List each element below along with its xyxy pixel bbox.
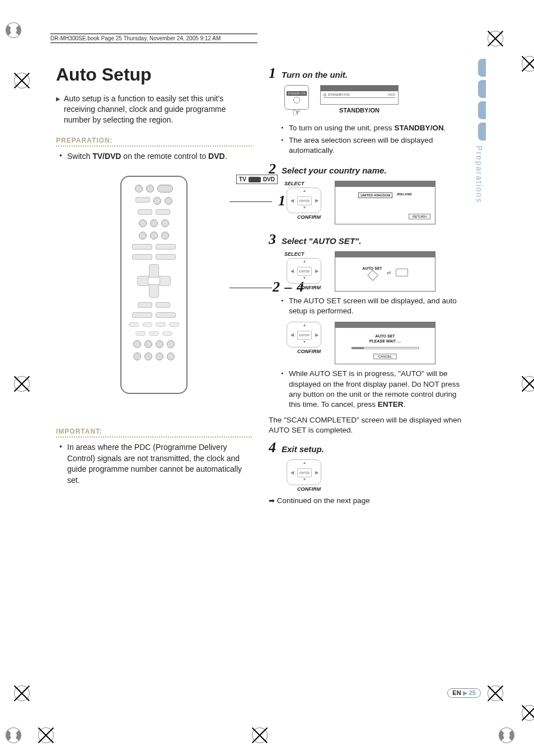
panel-standby: STANDBY/ON <box>328 93 350 96</box>
step-title: Exit setup. <box>282 444 324 454</box>
bold: ENTER <box>378 400 404 408</box>
step3-bullet-2: While AUTO SET is in progress, "AUTO" wi… <box>281 369 465 410</box>
country-select-screen: UNITED KINGDOM IRELAND RETURN <box>335 181 435 224</box>
preparation-item: Switch TV/DVD on the remote control to D… <box>59 151 252 162</box>
text: While AUTO SET is in progress, "AUTO" wi… <box>289 369 460 408</box>
intro-arrow-icon: ▶ <box>56 93 60 125</box>
option-uk: UNITED KINGDOM <box>358 192 392 198</box>
enter-key: ENTER <box>297 468 312 477</box>
auto-set-screen: AUTO SET ⇄ <box>335 251 435 292</box>
crop-mark <box>11 373 33 395</box>
scan-completed-note: The "SCAN COMPLETED" screen will be disp… <box>269 415 465 435</box>
progress-bar <box>352 347 419 349</box>
hand-icon: ☞ <box>292 106 301 119</box>
confirm-label: CONFIRM <box>297 349 321 354</box>
side-tabs <box>478 59 486 140</box>
crop-mark <box>484 682 507 705</box>
bold: STANDBY/ON <box>394 124 443 132</box>
step-number: 1 <box>269 66 276 81</box>
intro-text: Auto setup is a function to easily set t… <box>64 93 252 125</box>
prep-text: Switch <box>67 152 92 161</box>
step1-bullet: To turn on using the unit, press STANDBY… <box>281 123 465 133</box>
crop-mark <box>249 724 271 746</box>
step-number: 2 <box>269 162 276 176</box>
unit-front-panel: STANDBY/ON HDD <box>320 85 399 105</box>
important-heading: IMPORTANT: <box>56 428 252 438</box>
crop-mark <box>11 69 33 92</box>
dpad-illustration: SELECT ▲ ◀ENTER▶ ▼ CONFIRM <box>284 251 324 290</box>
registration-mark <box>2 724 25 746</box>
page-number: EN ▶ 25 <box>447 688 481 698</box>
dpad-icon <box>137 264 171 298</box>
callout-line <box>229 201 272 202</box>
tv-dvd-switch-callout: TV DVD <box>236 175 278 184</box>
enter-key: ENTER <box>297 196 312 205</box>
page-title: Auto Setup <box>56 64 252 85</box>
important-item: In areas where the PDC (Programme Delive… <box>59 442 252 486</box>
standby-caption: STANDBY/ON <box>339 107 380 114</box>
double-arrow-icon: ⇄ <box>387 270 391 275</box>
standby-label: STANDBY/ON <box>287 91 307 96</box>
auto-set-wait-screen: AUTO SET PLEASE WAIT … CANCEL <box>335 322 435 364</box>
step-number: 4 <box>269 440 276 455</box>
callout-tv: TV <box>239 176 246 182</box>
intro-paragraph: ▶ Auto setup is a function to easily set… <box>56 93 252 125</box>
select-label: SELECT <box>284 181 305 186</box>
prep-text: . <box>225 152 227 161</box>
crop-mark <box>35 724 57 746</box>
wait-line1: AUTO SET <box>369 334 401 339</box>
crop-mark <box>518 53 534 75</box>
registration-mark <box>495 724 518 746</box>
enter-key: ENTER <box>297 267 312 276</box>
dpad-illustration: ▲ ◀ENTER▶ ▼ CONFIRM <box>284 322 324 354</box>
callout-line <box>229 288 272 288</box>
enter-key: ENTER <box>297 331 312 340</box>
switch-icon <box>249 177 261 182</box>
crop-mark <box>11 682 33 705</box>
step-title: Select your country name. <box>282 166 387 175</box>
lang-code: EN <box>452 689 461 696</box>
panel-hdd: HDD <box>388 93 395 96</box>
continued-note: ➡ Continued on the next page <box>269 496 465 505</box>
cancel-button: CANCEL <box>373 354 397 359</box>
side-section-label: Preparations <box>475 145 484 203</box>
step-title: Select "AUTO SET". <box>282 236 361 246</box>
text: . <box>444 124 446 132</box>
crop-mark <box>518 702 534 724</box>
prep-bold: DVD <box>208 152 225 161</box>
step-title: Turn on the unit. <box>282 70 348 79</box>
dpad-illustration: ▲ ◀ENTER▶ ▼ CONFIRM <box>284 459 324 492</box>
text: . <box>404 400 406 408</box>
preparation-heading: PREPARATION: <box>56 137 252 147</box>
return-button: RETURN <box>409 214 430 219</box>
wait-line2: PLEASE WAIT … <box>369 339 401 344</box>
registration-mark <box>2 19 25 41</box>
confirm-label: CONFIRM <box>297 486 321 492</box>
running-header: DR-MH300SE.book Page 25 Thursday, Novemb… <box>50 34 257 43</box>
option-ireland: IRELAND <box>397 192 412 198</box>
crop-mark <box>518 373 534 395</box>
confirm-label: CONFIRM <box>297 214 321 220</box>
step3-bullet: The AUTO SET screen will be displayed, a… <box>281 296 465 316</box>
callout-dvd: DVD <box>263 176 275 182</box>
dpad-illustration: SELECT ▲ ◀ENTER▶ ▼ CONFIRM <box>284 181 324 220</box>
confirm-label: CONFIRM <box>297 285 321 290</box>
page-no: 25 <box>469 689 476 696</box>
select-label: SELECT <box>284 251 305 257</box>
text: To turn on using the unit, press <box>289 124 394 132</box>
prep-bold: TV/DVD <box>92 152 121 161</box>
triangle-icon: ▶ <box>463 689 467 696</box>
remote-illustration: TV DVD 1 2 – 4 <box>56 176 252 394</box>
remote-body <box>120 176 188 394</box>
continue-arrow-icon: ➡ <box>269 496 275 505</box>
prep-text: on the remote control to <box>121 152 208 161</box>
step1-bullet: The area selection screen will be displa… <box>281 135 465 156</box>
continued-text: Continued on the next page <box>277 496 370 505</box>
step-number: 3 <box>269 232 276 247</box>
antenna-icon <box>368 270 377 279</box>
tv-icon <box>396 269 408 276</box>
crop-mark <box>484 27 507 50</box>
